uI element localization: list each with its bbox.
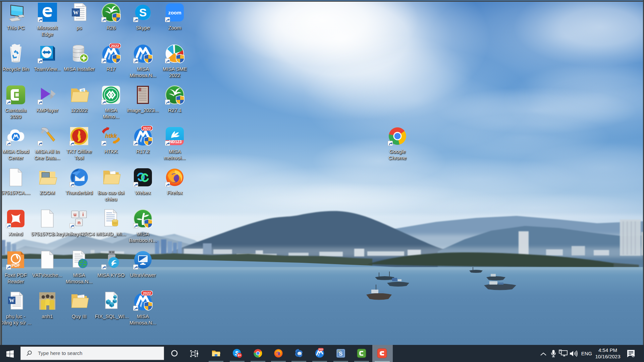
svg-text:9+: 9+ — [238, 354, 241, 357]
svg-text:2022: 2022 — [111, 44, 119, 48]
svg-text:zoom: zoom — [168, 10, 181, 15]
svg-text:u: u — [73, 212, 76, 217]
svg-text:htkk: htkk — [105, 133, 118, 139]
svg-text:2022: 2022 — [143, 291, 151, 295]
svg-text:2022: 2022 — [318, 348, 323, 351]
svg-text:2022: 2022 — [143, 126, 151, 130]
svg-text:W: W — [73, 9, 79, 16]
svg-text:NĐ123: NĐ123 — [169, 139, 182, 144]
svg-text:n: n — [77, 220, 80, 225]
svg-text:i: i — [82, 212, 84, 217]
svg-text:W: W — [9, 298, 14, 303]
svg-text:S: S — [339, 351, 342, 357]
svg-text:S: S — [139, 6, 147, 19]
svg-text:PDF: PDF — [11, 263, 20, 268]
